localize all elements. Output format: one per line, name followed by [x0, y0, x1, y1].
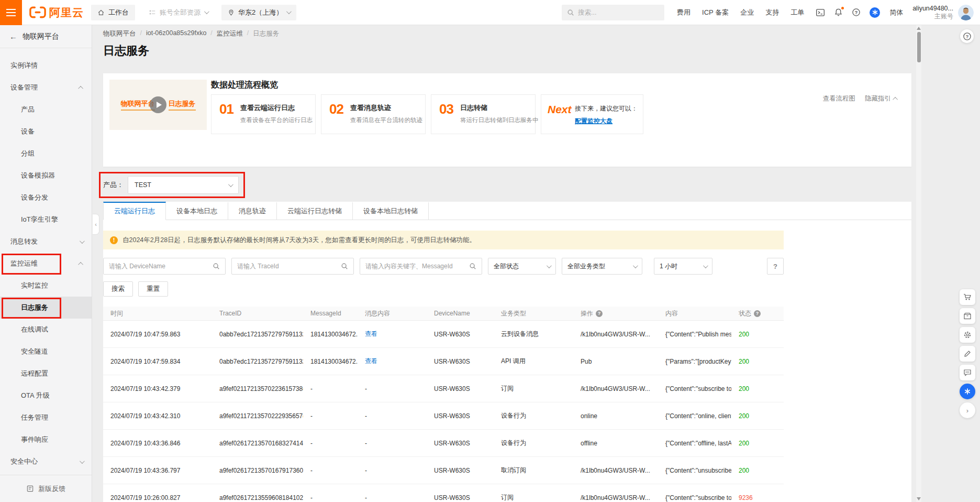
sidebar-item-实例详情[interactable]: 实例详情 — [0, 54, 92, 77]
tab-设备本地日志转储[interactable]: 设备本地日志转储 — [353, 202, 429, 220]
cell-message_id: 1814130034672... — [303, 358, 358, 365]
sidebar-item-IoT孪生引擎[interactable]: IoT孪生引擎 — [0, 209, 92, 231]
promo-star-icon[interactable] — [870, 7, 880, 18]
status-value: 200 — [739, 358, 749, 365]
intro-video-thumbnail[interactable]: 物联网平台 日志服务 — [109, 80, 207, 130]
scrollbar-thumb[interactable] — [917, 32, 921, 62]
cell-content: {"Content":"offline, lastAc... — [658, 440, 731, 447]
topbar-link[interactable]: 支持 — [765, 8, 779, 17]
page-title: 日志服务 — [103, 43, 149, 59]
table-body: 2024/07/19 10:47:59.8630abb7edc172135727… — [103, 321, 784, 502]
sidebar-item-分组[interactable]: 分组 — [0, 143, 92, 165]
breadcrumb-item[interactable]: 监控运维 — [217, 29, 243, 38]
sidebar-item-label: 事件响应 — [21, 435, 48, 443]
sidebar-item-OTA 升级[interactable]: OTA 升级 — [0, 385, 92, 407]
hamburger-menu-button[interactable] — [0, 0, 22, 25]
notifications-bell-icon[interactable] — [834, 8, 843, 17]
feedback-button[interactable]: 新版反馈 — [0, 475, 92, 502]
sidebar-item-任务管理[interactable]: 任务管理 — [0, 407, 92, 429]
biz-type-select[interactable]: 全部业务类型 — [562, 258, 642, 275]
cart-button[interactable] — [960, 289, 975, 305]
sidebar-item-设备分发[interactable]: 设备分发 — [0, 187, 92, 209]
package-button[interactable] — [960, 308, 975, 324]
global-search-input[interactable] — [578, 9, 651, 16]
region-selector[interactable]: 华东2（上海） — [221, 5, 296, 20]
topbar-link[interactable]: 企业 — [740, 8, 754, 17]
product-select[interactable]: TEST — [128, 176, 239, 194]
hide-guide-link[interactable]: 隐藏指引 — [865, 94, 898, 103]
process-step-card[interactable]: 01查看云端运行日志查看设备在平台的运行日志 — [211, 94, 316, 134]
view-message-link[interactable]: 查看 — [365, 357, 377, 366]
column-header: 时间 — [103, 309, 212, 318]
cell-trace: a9fef02617213559608184102d... — [212, 494, 303, 501]
sidebar-item-在线调试[interactable]: 在线调试 — [0, 319, 92, 341]
breadcrumb-item[interactable]: 物联网平台 — [103, 29, 136, 38]
keyword-input[interactable] — [365, 263, 469, 270]
tab-云端运行日志[interactable]: 云端运行日志 — [103, 202, 166, 220]
sidebar-item-安全中心[interactable]: 安全中心 — [0, 451, 92, 473]
settings-button[interactable] — [960, 327, 975, 343]
traceid-input[interactable] — [237, 263, 341, 270]
sidebar-item-监控运维[interactable]: 监控运维 — [0, 253, 92, 275]
column-help-icon[interactable]: ? — [754, 310, 761, 317]
sidebar-item-产品[interactable]: 产品 — [0, 99, 92, 121]
sidebar-item-事件响应[interactable]: 事件响应 — [0, 429, 92, 451]
sidebar-item-设备模拟器[interactable]: 设备模拟器 — [0, 165, 92, 187]
sidebar-item-设备[interactable]: 设备 — [0, 121, 92, 143]
reset-button[interactable]: 重置 — [138, 281, 168, 297]
column-help-icon[interactable]: ? — [596, 310, 603, 317]
tab-云端运行日志转储[interactable]: 云端运行日志转储 — [277, 202, 353, 220]
scroll-up-arrow-icon[interactable] — [917, 27, 921, 30]
status-select[interactable]: 全部状态 — [488, 258, 556, 275]
devicename-input[interactable] — [109, 263, 213, 270]
view-flowchart-link[interactable]: 查看流程图 — [823, 94, 856, 103]
sidebar-item-远程配置[interactable]: 远程配置 — [0, 363, 92, 385]
sidebar-item-label: IoT孪生引擎 — [21, 215, 58, 223]
floating-help-button[interactable]: ? — [960, 29, 974, 43]
tab-消息轨迹[interactable]: 消息轨迹 — [228, 202, 277, 220]
retention-notice-banner: ! 自2024年2月28日起，日志服务默认存储的最长时间将从7天改为3天，您如需… — [103, 231, 784, 249]
cell-trace: 0abb7edc17213572797591132... — [212, 358, 303, 365]
search-button[interactable]: 搜索 — [103, 281, 133, 297]
sidebar-collapse-handle[interactable]: ‹ — [93, 214, 99, 235]
search-icon[interactable] — [469, 263, 476, 270]
help-icon[interactable]: ? — [852, 8, 861, 17]
scroll-down-arrow-icon[interactable] — [917, 497, 921, 500]
breadcrumb-item[interactable]: iot-06z00a85s29fxko — [146, 29, 206, 38]
language-selector[interactable]: 简体 — [889, 8, 903, 17]
sidebar-item-实时监控[interactable]: 实时监控 — [0, 275, 92, 297]
account-resources-button[interactable]: 账号全部资源 — [142, 5, 214, 20]
search-icon[interactable] — [213, 263, 220, 270]
aliyun-logo[interactable]: 阿里云 — [29, 5, 84, 20]
sidebar-item-日志服务[interactable]: 日志服务 — [0, 297, 92, 319]
cell-biz: 取消订阅 — [494, 466, 573, 475]
sidebar-back-header[interactable]: ← 物联网平台 — [0, 25, 92, 48]
tab-设备本地日志[interactable]: 设备本地日志 — [166, 202, 228, 220]
global-search[interactable] — [562, 5, 664, 20]
survey-button[interactable] — [960, 346, 975, 362]
toolbar-expand-button[interactable]: › — [960, 402, 975, 418]
view-message-link[interactable]: 查看 — [365, 330, 377, 339]
feedback-chat-button[interactable] — [960, 365, 975, 380]
topbar-link[interactable]: 工单 — [790, 8, 804, 17]
avatar[interactable] — [958, 5, 974, 20]
sidebar-item-安全隧道[interactable]: 安全隧道 — [0, 341, 92, 363]
process-step-card[interactable]: 03日志转储将运行日志转储到日志服务中 — [431, 94, 536, 134]
topbar-link[interactable]: 费用 — [677, 8, 691, 17]
account-info[interactable]: aliyun49480... 主账号 — [912, 4, 953, 21]
time-range-select[interactable]: 1 小时 — [654, 258, 712, 275]
configure-dashboard-link[interactable]: 配置监控大盘 — [575, 117, 612, 126]
main-scrollbar[interactable] — [916, 25, 921, 502]
sidebar-item-设备管理[interactable]: 设备管理 — [0, 77, 92, 99]
workbench-button[interactable]: 工作台 — [91, 5, 135, 20]
filter-help-button[interactable]: ? — [767, 258, 784, 275]
next-step-card: Next接下来，建议您可以：配置监控大盘 — [541, 94, 643, 134]
play-button[interactable] — [150, 96, 166, 113]
cell-content_link: 查看 — [358, 330, 427, 339]
search-icon[interactable] — [341, 263, 348, 270]
promo-button[interactable] — [960, 384, 975, 399]
terminal-icon[interactable] — [816, 8, 825, 17]
process-step-card[interactable]: 02查看消息轨迹查看消息在平台流转的轨迹 — [321, 94, 426, 134]
sidebar-item-消息转发[interactable]: 消息转发 — [0, 231, 92, 253]
topbar-link[interactable]: ICP 备案 — [702, 8, 729, 17]
